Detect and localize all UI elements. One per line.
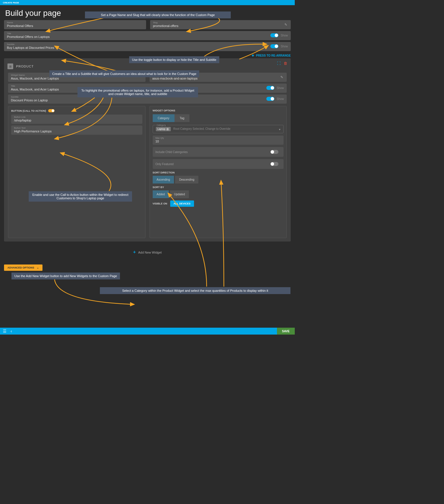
- sort-ascending[interactable]: Ascending: [153, 176, 174, 184]
- widget-type: PRODUCT: [16, 65, 34, 68]
- tab-tag[interactable]: Tag: [175, 114, 189, 122]
- annotation: Select a Category within the Product Wid…: [100, 287, 290, 294]
- annotation: Use the Add New Widget button to add New…: [11, 273, 120, 279]
- annotation: To highlight the promotional offers on l…: [77, 87, 198, 97]
- name-value: Promotional Offers: [7, 24, 33, 28]
- chevron-down-icon: ▾: [279, 128, 280, 131]
- button-link-field[interactable]: Button Link /shop/laptop: [11, 115, 142, 124]
- plus-icon: +: [133, 250, 136, 254]
- annotation: Set a Page Name and Slug that will clear…: [85, 11, 231, 18]
- options-header: WIDGET OPTIONS: [153, 109, 284, 112]
- expand-icon[interactable]: ⛶: [277, 61, 281, 65]
- title-value: Promotional Offers on Laptops: [7, 35, 50, 38]
- title-field[interactable]: Title Promotional Offers on Laptops Show: [4, 31, 291, 40]
- menu-icon[interactable]: ☰: [3, 329, 7, 333]
- sortby-updated[interactable]: Updated: [170, 190, 189, 198]
- top-bar: CREATE PAGE: [0, 0, 295, 5]
- slug-value: promotional-offers: [153, 24, 178, 28]
- sortby-added[interactable]: Added: [153, 190, 169, 198]
- max-qty-field[interactable]: Max Qty 10: [153, 136, 284, 145]
- annotation: Enable and use the Call to Action button…: [29, 191, 132, 202]
- button-text-field[interactable]: Button Text High Performance Laptops: [11, 125, 142, 135]
- tab-category[interactable]: Category: [153, 114, 175, 122]
- annotation: Create a Title and a Subtitle that will …: [49, 70, 199, 77]
- widget-title-toggle[interactable]: [266, 86, 274, 90]
- slug-field[interactable]: Slug promotional-offers ✎: [150, 20, 291, 29]
- annotation: Use the toggle button to display or hide…: [129, 56, 219, 63]
- subtitle-toggle[interactable]: [270, 44, 278, 48]
- subtitle-field[interactable]: Subtitle Buy Laptops at Discounted Price…: [4, 42, 291, 51]
- cta-toggle[interactable]: [48, 109, 55, 112]
- include-child-toggle[interactable]: [270, 150, 278, 154]
- only-featured-toggle[interactable]: [270, 162, 278, 166]
- top-bar-title: CREATE PAGE: [3, 1, 19, 4]
- name-label: Name: [7, 21, 143, 24]
- cta-panel: BUTTON (CALL TO ACTION) Button Link /sho…: [8, 106, 146, 238]
- delete-icon[interactable]: 🗑: [284, 61, 287, 65]
- sort-descending[interactable]: Descending: [175, 176, 198, 184]
- add-widget-button[interactable]: + Add New Widget: [4, 244, 291, 260]
- category-select[interactable]: Category Laptop✕ Root Category Selected.…: [153, 125, 284, 133]
- move-icon: ✥: [252, 54, 254, 57]
- subtitle-toggle-label: Show: [281, 45, 288, 48]
- save-button[interactable]: SAVE: [277, 328, 295, 335]
- back-icon[interactable]: ‹: [11, 329, 12, 333]
- product-icon: ⊞: [7, 63, 13, 69]
- name-field[interactable]: Name Promotional Offers: [4, 20, 146, 29]
- cta-header: BUTTON (CALL TO ACTION): [11, 109, 46, 112]
- visible-devices[interactable]: ALL DEVICES: [170, 200, 194, 207]
- options-panel: WIDGET OPTIONS Category Tag Category Lap…: [150, 106, 287, 238]
- subtitle-label: Subtitle: [7, 43, 270, 46]
- edit-icon[interactable]: ✎: [280, 75, 283, 79]
- close-icon[interactable]: ✕: [166, 128, 169, 131]
- advanced-options-button[interactable]: ADVANCED OPTIONS ⌄: [4, 264, 42, 271]
- title-label: Title: [7, 32, 270, 35]
- only-featured-row: Only Featured: [153, 159, 284, 169]
- chevron-down-icon: ⌄: [37, 266, 39, 269]
- widget-panel: ⛶ 🗑 ⊞ PRODUCT Widget Name Asus, Macbook,…: [4, 58, 291, 242]
- subtitle-value: Buy Laptops at Discounted Prices: [7, 46, 54, 49]
- bottom-bar: ☰ ‹: [0, 328, 295, 335]
- title-toggle[interactable]: [270, 33, 278, 37]
- widget-subtitle-toggle[interactable]: [266, 97, 274, 101]
- category-chip[interactable]: Laptop✕: [156, 127, 171, 131]
- edit-icon[interactable]: ✎: [284, 23, 287, 27]
- slug-label: Slug: [153, 21, 288, 24]
- include-child-row: Include Child Catergories: [153, 147, 284, 157]
- title-toggle-label: Show: [281, 34, 288, 37]
